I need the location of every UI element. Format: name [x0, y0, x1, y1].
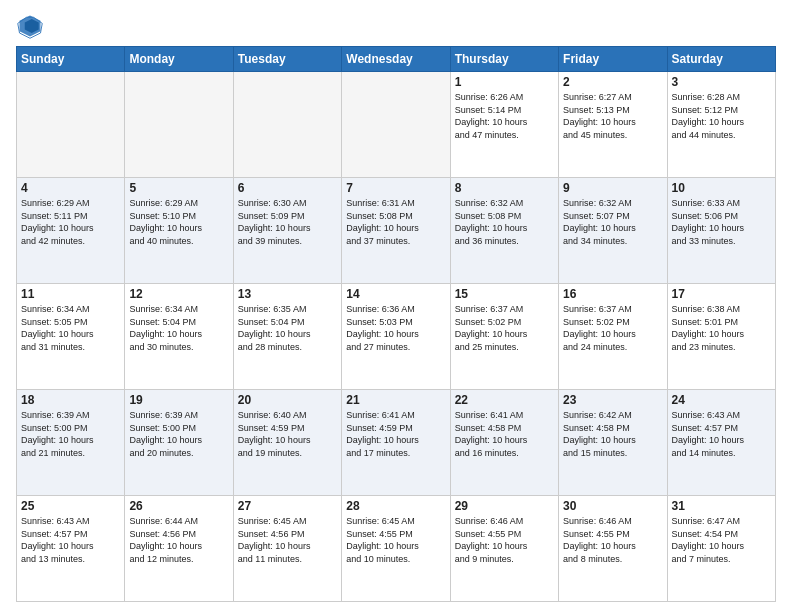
day-info: Sunrise: 6:29 AM Sunset: 5:10 PM Dayligh…: [129, 197, 228, 247]
week-row-2: 4Sunrise: 6:29 AM Sunset: 5:11 PM Daylig…: [17, 178, 776, 284]
day-number: 17: [672, 287, 771, 301]
calendar-cell: [17, 72, 125, 178]
day-number: 7: [346, 181, 445, 195]
calendar-cell: 23Sunrise: 6:42 AM Sunset: 4:58 PM Dayli…: [559, 390, 667, 496]
calendar-cell: [342, 72, 450, 178]
calendar-cell: 15Sunrise: 6:37 AM Sunset: 5:02 PM Dayli…: [450, 284, 558, 390]
day-info: Sunrise: 6:47 AM Sunset: 4:54 PM Dayligh…: [672, 515, 771, 565]
calendar-page: SundayMondayTuesdayWednesdayThursdayFrid…: [0, 0, 792, 612]
day-info: Sunrise: 6:46 AM Sunset: 4:55 PM Dayligh…: [455, 515, 554, 565]
day-info: Sunrise: 6:42 AM Sunset: 4:58 PM Dayligh…: [563, 409, 662, 459]
day-number: 18: [21, 393, 120, 407]
day-info: Sunrise: 6:43 AM Sunset: 4:57 PM Dayligh…: [672, 409, 771, 459]
calendar-cell: 12Sunrise: 6:34 AM Sunset: 5:04 PM Dayli…: [125, 284, 233, 390]
day-info: Sunrise: 6:27 AM Sunset: 5:13 PM Dayligh…: [563, 91, 662, 141]
day-number: 24: [672, 393, 771, 407]
day-number: 12: [129, 287, 228, 301]
calendar-cell: 4Sunrise: 6:29 AM Sunset: 5:11 PM Daylig…: [17, 178, 125, 284]
week-row-1: 1Sunrise: 6:26 AM Sunset: 5:14 PM Daylig…: [17, 72, 776, 178]
day-number: 31: [672, 499, 771, 513]
calendar-cell: [233, 72, 341, 178]
day-number: 25: [21, 499, 120, 513]
weekday-header-row: SundayMondayTuesdayWednesdayThursdayFrid…: [17, 47, 776, 72]
calendar-cell: 11Sunrise: 6:34 AM Sunset: 5:05 PM Dayli…: [17, 284, 125, 390]
weekday-thursday: Thursday: [450, 47, 558, 72]
day-number: 8: [455, 181, 554, 195]
calendar-cell: 14Sunrise: 6:36 AM Sunset: 5:03 PM Dayli…: [342, 284, 450, 390]
day-number: 1: [455, 75, 554, 89]
calendar-table: SundayMondayTuesdayWednesdayThursdayFrid…: [16, 46, 776, 602]
calendar-cell: 27Sunrise: 6:45 AM Sunset: 4:56 PM Dayli…: [233, 496, 341, 602]
day-info: Sunrise: 6:32 AM Sunset: 5:07 PM Dayligh…: [563, 197, 662, 247]
calendar-cell: 25Sunrise: 6:43 AM Sunset: 4:57 PM Dayli…: [17, 496, 125, 602]
calendar-cell: 9Sunrise: 6:32 AM Sunset: 5:07 PM Daylig…: [559, 178, 667, 284]
header: [16, 12, 776, 40]
day-number: 28: [346, 499, 445, 513]
day-info: Sunrise: 6:45 AM Sunset: 4:55 PM Dayligh…: [346, 515, 445, 565]
weekday-monday: Monday: [125, 47, 233, 72]
logo-icon: [16, 12, 44, 40]
day-number: 15: [455, 287, 554, 301]
day-number: 27: [238, 499, 337, 513]
calendar-cell: 16Sunrise: 6:37 AM Sunset: 5:02 PM Dayli…: [559, 284, 667, 390]
day-info: Sunrise: 6:30 AM Sunset: 5:09 PM Dayligh…: [238, 197, 337, 247]
calendar-cell: 3Sunrise: 6:28 AM Sunset: 5:12 PM Daylig…: [667, 72, 775, 178]
calendar-cell: 24Sunrise: 6:43 AM Sunset: 4:57 PM Dayli…: [667, 390, 775, 496]
week-row-3: 11Sunrise: 6:34 AM Sunset: 5:05 PM Dayli…: [17, 284, 776, 390]
calendar-cell: 13Sunrise: 6:35 AM Sunset: 5:04 PM Dayli…: [233, 284, 341, 390]
day-info: Sunrise: 6:41 AM Sunset: 4:58 PM Dayligh…: [455, 409, 554, 459]
day-info: Sunrise: 6:39 AM Sunset: 5:00 PM Dayligh…: [129, 409, 228, 459]
calendar-cell: 17Sunrise: 6:38 AM Sunset: 5:01 PM Dayli…: [667, 284, 775, 390]
day-info: Sunrise: 6:35 AM Sunset: 5:04 PM Dayligh…: [238, 303, 337, 353]
day-number: 3: [672, 75, 771, 89]
weekday-friday: Friday: [559, 47, 667, 72]
calendar-cell: 21Sunrise: 6:41 AM Sunset: 4:59 PM Dayli…: [342, 390, 450, 496]
calendar-cell: 29Sunrise: 6:46 AM Sunset: 4:55 PM Dayli…: [450, 496, 558, 602]
day-number: 14: [346, 287, 445, 301]
calendar-cell: 30Sunrise: 6:46 AM Sunset: 4:55 PM Dayli…: [559, 496, 667, 602]
day-info: Sunrise: 6:46 AM Sunset: 4:55 PM Dayligh…: [563, 515, 662, 565]
day-info: Sunrise: 6:29 AM Sunset: 5:11 PM Dayligh…: [21, 197, 120, 247]
day-info: Sunrise: 6:33 AM Sunset: 5:06 PM Dayligh…: [672, 197, 771, 247]
day-number: 26: [129, 499, 228, 513]
day-info: Sunrise: 6:44 AM Sunset: 4:56 PM Dayligh…: [129, 515, 228, 565]
calendar-cell: 6Sunrise: 6:30 AM Sunset: 5:09 PM Daylig…: [233, 178, 341, 284]
calendar-cell: 10Sunrise: 6:33 AM Sunset: 5:06 PM Dayli…: [667, 178, 775, 284]
day-number: 2: [563, 75, 662, 89]
day-number: 4: [21, 181, 120, 195]
day-info: Sunrise: 6:31 AM Sunset: 5:08 PM Dayligh…: [346, 197, 445, 247]
day-info: Sunrise: 6:28 AM Sunset: 5:12 PM Dayligh…: [672, 91, 771, 141]
day-info: Sunrise: 6:45 AM Sunset: 4:56 PM Dayligh…: [238, 515, 337, 565]
calendar-cell: 22Sunrise: 6:41 AM Sunset: 4:58 PM Dayli…: [450, 390, 558, 496]
calendar-cell: 26Sunrise: 6:44 AM Sunset: 4:56 PM Dayli…: [125, 496, 233, 602]
day-info: Sunrise: 6:41 AM Sunset: 4:59 PM Dayligh…: [346, 409, 445, 459]
calendar-cell: 7Sunrise: 6:31 AM Sunset: 5:08 PM Daylig…: [342, 178, 450, 284]
day-info: Sunrise: 6:43 AM Sunset: 4:57 PM Dayligh…: [21, 515, 120, 565]
day-info: Sunrise: 6:34 AM Sunset: 5:04 PM Dayligh…: [129, 303, 228, 353]
day-info: Sunrise: 6:26 AM Sunset: 5:14 PM Dayligh…: [455, 91, 554, 141]
day-info: Sunrise: 6:36 AM Sunset: 5:03 PM Dayligh…: [346, 303, 445, 353]
day-number: 16: [563, 287, 662, 301]
day-number: 23: [563, 393, 662, 407]
day-info: Sunrise: 6:37 AM Sunset: 5:02 PM Dayligh…: [455, 303, 554, 353]
calendar-cell: 18Sunrise: 6:39 AM Sunset: 5:00 PM Dayli…: [17, 390, 125, 496]
day-info: Sunrise: 6:32 AM Sunset: 5:08 PM Dayligh…: [455, 197, 554, 247]
calendar-cell: 5Sunrise: 6:29 AM Sunset: 5:10 PM Daylig…: [125, 178, 233, 284]
calendar-cell: 31Sunrise: 6:47 AM Sunset: 4:54 PM Dayli…: [667, 496, 775, 602]
day-number: 29: [455, 499, 554, 513]
calendar-cell: 19Sunrise: 6:39 AM Sunset: 5:00 PM Dayli…: [125, 390, 233, 496]
day-number: 9: [563, 181, 662, 195]
day-number: 30: [563, 499, 662, 513]
day-number: 5: [129, 181, 228, 195]
day-info: Sunrise: 6:38 AM Sunset: 5:01 PM Dayligh…: [672, 303, 771, 353]
calendar-cell: 2Sunrise: 6:27 AM Sunset: 5:13 PM Daylig…: [559, 72, 667, 178]
day-number: 20: [238, 393, 337, 407]
calendar-cell: 8Sunrise: 6:32 AM Sunset: 5:08 PM Daylig…: [450, 178, 558, 284]
weekday-saturday: Saturday: [667, 47, 775, 72]
day-number: 11: [21, 287, 120, 301]
day-info: Sunrise: 6:37 AM Sunset: 5:02 PM Dayligh…: [563, 303, 662, 353]
day-number: 6: [238, 181, 337, 195]
day-info: Sunrise: 6:39 AM Sunset: 5:00 PM Dayligh…: [21, 409, 120, 459]
calendar-cell: 1Sunrise: 6:26 AM Sunset: 5:14 PM Daylig…: [450, 72, 558, 178]
week-row-5: 25Sunrise: 6:43 AM Sunset: 4:57 PM Dayli…: [17, 496, 776, 602]
